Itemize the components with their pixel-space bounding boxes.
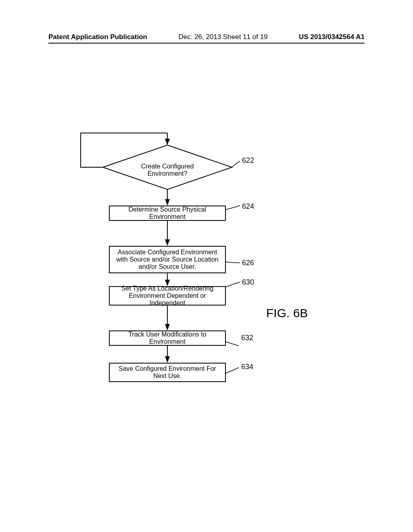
ref-626: 626: [242, 259, 254, 267]
step-text: Track User Modifications to Environment: [112, 331, 223, 345]
step-text: Save Configured Environment For Next Use…: [112, 365, 223, 380]
ref-622: 622: [242, 156, 254, 165]
step-box-634: Save Configured Environment For Next Use…: [109, 363, 226, 382]
ref-630: 630: [242, 278, 254, 287]
step-box-632: Track User Modifications to Environment: [109, 330, 226, 346]
step-text: Determine Source Physical Environment: [112, 206, 223, 220]
page-header: Patent Application Publication Dec. 26, …: [48, 33, 365, 44]
step-box-626: Associate Configured Environment with So…: [109, 246, 226, 273]
step-box-624: Determine Source Physical Environment: [109, 206, 226, 221]
step-text: Set Type As Location/Rendering Environme…: [112, 285, 223, 307]
header-center: Dec. 26, 2013 Sheet 11 of 19: [178, 33, 267, 41]
figure-label: FIG. 6B: [266, 306, 308, 320]
decision-text: Create Configured Environment?: [121, 163, 214, 177]
ref-634: 634: [241, 363, 253, 371]
header-right: US 2013/0342564 A1: [299, 33, 365, 41]
ref-632: 632: [241, 334, 253, 342]
step-box-630: Set Type As Location/Rendering Environme…: [109, 286, 226, 305]
ref-624: 624: [242, 202, 254, 211]
header-left: Patent Application Publication: [48, 33, 147, 41]
step-text: Associate Configured Environment with So…: [112, 249, 223, 270]
